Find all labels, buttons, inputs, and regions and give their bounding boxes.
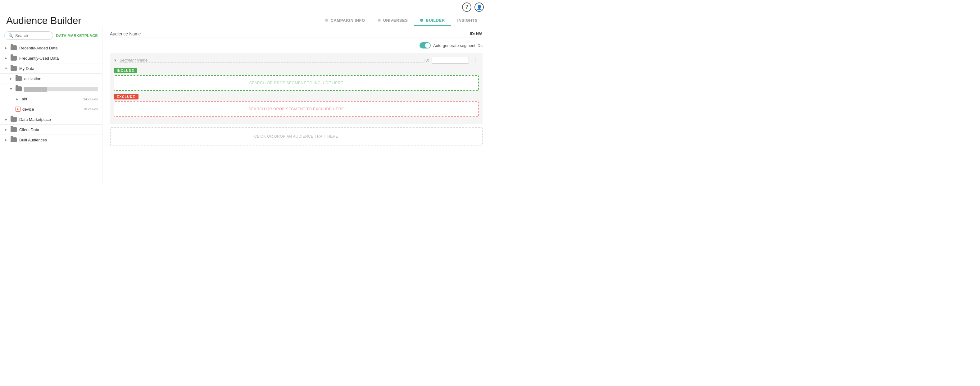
tab-dot-universes [378,19,381,22]
sidebar-item-device[interactable]: ► device 10 values [0,104,102,114]
search-icon: 🔍 [8,33,13,38]
chevron-right-icon: ► [9,77,14,80]
top-bar: Audience Builder CAMPAIGN INFO UNIVERSES… [0,12,490,26]
auto-generate-toggle[interactable] [420,42,431,48]
folder-icon [11,45,17,50]
folder-icon [11,66,17,71]
page-title: Audience Builder [6,15,81,26]
exclude-badge: EXCLUDE [114,94,138,99]
folder-icon [11,127,17,132]
audience-name-row: Audience Name ID: N/A [110,31,482,38]
include-drop-zone[interactable]: SEARCH OR DROP SEGMENT TO INCLUDE HERE [114,75,479,91]
audience-id: ID: N/A [470,32,482,36]
search-input-wrapper[interactable]: 🔍 [4,31,53,40]
segment-id-label: ID: [425,58,429,62]
sidebar-item-data-marketplace[interactable]: ► Data Marketplace [0,114,102,124]
sidebar-item-recently-added[interactable]: ► Recently-Added Data [0,43,102,53]
chevron-right-icon: ► [4,138,9,142]
search-marketplace-row: 🔍 DATA MARKETPLACE [0,30,102,43]
auto-generate-row: Auto-generate segment IDs [110,42,482,48]
segment-header: ▼ Segment Name ID: ⋮ [114,57,479,64]
chevron-right-icon: ► [4,118,9,121]
sidebar-item-frequently-used[interactable]: ► Frequently-Used Data [0,53,102,64]
folder-icon [16,76,22,81]
folder-icon [11,56,17,61]
chevron-right-icon: ► [4,46,9,50]
segment-menu-button[interactable]: ⋮ [471,57,479,64]
folder-icon [16,86,22,91]
sidebar-item-built-audiences[interactable]: ► Built Audiences [0,135,102,145]
exclude-section: EXCLUDE SEARCH OR DROP SEGMENT TO EXCLUD… [114,94,479,117]
chevron-right-icon: ► [4,128,9,131]
user-button[interactable]: 👤 [474,3,484,12]
data-marketplace-link[interactable]: DATA MARKETPLACE [56,33,98,38]
folder-icon [11,117,17,122]
tab-builder[interactable]: BUILDER [414,16,451,26]
segment-chevron-icon[interactable]: ▼ [114,58,117,62]
help-button[interactable]: ? [462,3,471,12]
sidebar-item-aid[interactable]: ► aid 34 values [0,94,102,104]
chevron-down-icon: ▼ [9,87,14,91]
audience-name-label: Audience Name [110,31,141,37]
chevron-right-icon: ► [4,56,9,60]
segment-id-input[interactable] [432,57,469,64]
chevron-down-icon: ▼ [4,67,9,70]
sidebar-item-activation[interactable]: ► activation [0,73,102,84]
include-section-header: INCLUDE [114,68,479,73]
exclude-drop-zone[interactable]: SEARCH OR DROP SEGMENT TO EXCLUDE HERE [114,101,479,117]
chevron-right-icon: ► [16,97,21,101]
exclude-section-header: EXCLUDE [114,94,479,99]
tab-campaign-info[interactable]: CAMPAIGN INFO [319,16,371,26]
tab-dot-builder [420,19,423,22]
search-input[interactable] [15,33,49,38]
expand-box-icon[interactable]: ► [16,107,21,112]
sidebar: 🔍 DATA MARKETPLACE ► Recently-Added Data… [0,26,102,185]
trait-drop-zone[interactable]: CLICK OR DROP AN AUDIENCE TRAIT HERE [110,128,482,145]
top-icons-bar: ? 👤 [0,0,490,12]
segment-name-label[interactable]: Segment Name [119,58,425,63]
tab-universes[interactable]: UNIVERSES [371,16,414,26]
nav-tabs: CAMPAIGN INFO UNIVERSES BUILDER INSIGHTS [319,16,484,26]
segment-card: ▼ Segment Name ID: ⋮ INCLUDE SEARCH OR D… [110,53,482,124]
include-badge: INCLUDE [114,68,137,73]
sidebar-item-my-data[interactable]: ▼ My Data [0,64,102,73]
right-panel: Audience Name ID: N/A Auto-generate segm… [102,26,490,185]
main-content: 🔍 DATA MARKETPLACE ► Recently-Added Data… [0,26,490,185]
tab-insights[interactable]: INSIGHTS [451,16,484,26]
folder-icon [11,137,17,142]
tab-dot-campaign-info [325,19,328,22]
sidebar-item-redacted[interactable]: ▼ ████████ [0,84,102,94]
sidebar-item-client-data[interactable]: ► Client Data [0,124,102,135]
auto-generate-label: Auto-generate segment IDs [433,43,482,48]
include-section: INCLUDE SEARCH OR DROP SEGMENT TO INCLUD… [114,68,479,91]
